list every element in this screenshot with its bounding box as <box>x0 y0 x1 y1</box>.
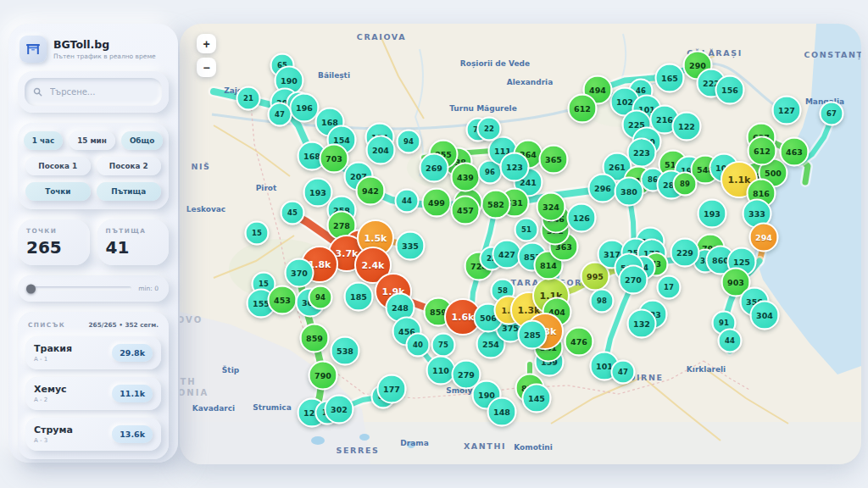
traffic-point-marker[interactable]: 270 <box>619 265 648 295</box>
traffic-point-marker[interactable]: 703 <box>320 144 349 174</box>
road-code: А - 1 <box>34 356 72 363</box>
road-list-item[interactable]: СтрумаА - 313.6k <box>25 418 161 451</box>
traffic-point-marker[interactable]: 269 <box>420 153 449 183</box>
list-title: СПИСЪК <box>28 321 65 329</box>
stat-card: ПЪТИЩА41 <box>97 219 170 265</box>
traffic-point-marker[interactable]: 499 <box>422 188 452 218</box>
traffic-point-marker[interactable]: 98 <box>590 289 615 313</box>
traffic-point-marker[interactable]: 304 <box>750 301 780 330</box>
stat-label: ТОЧКИ <box>26 227 81 235</box>
traffic-point-marker[interactable]: 127 <box>772 96 802 125</box>
filter-row-time: 1 час15 минОбщо <box>25 131 161 150</box>
slider-knob[interactable] <box>26 284 36 293</box>
traffic-point-marker[interactable]: 463 <box>780 137 810 167</box>
traffic-point-marker[interactable]: 15 <box>245 221 270 246</box>
traffic-point-marker[interactable]: 47 <box>268 103 292 127</box>
stat-card: ТОЧКИ265 <box>18 219 90 265</box>
traffic-point-marker[interactable]: 324 <box>537 192 566 222</box>
traffic-point-marker[interactable]: 123 <box>500 152 530 182</box>
traffic-point-marker[interactable]: 67 <box>820 102 844 126</box>
filter-row-mode: ТочкиПътища <box>25 182 161 201</box>
traffic-point-marker[interactable]: 156 <box>715 75 745 105</box>
traffic-point-marker[interactable]: 335 <box>396 231 426 261</box>
traffic-point-marker[interactable]: 790 <box>309 361 338 391</box>
traffic-point-marker[interactable]: 439 <box>451 163 481 192</box>
slider-track[interactable] <box>28 286 131 291</box>
traffic-point-marker[interactable]: 44 <box>718 329 743 353</box>
traffic-point-marker[interactable]: 145 <box>522 384 552 413</box>
traffic-point-marker[interactable]: 285 <box>518 320 548 350</box>
traffic-point-marker[interactable]: 370 <box>285 258 314 288</box>
road-list: ТракияА - 129.8kХемусА - 211.1kСтрумаА -… <box>25 336 161 451</box>
traffic-map[interactable]: CRAIOVABăileștiRoșiorii de VedeAlexandri… <box>180 24 861 464</box>
road-list-item[interactable]: ТракияА - 129.8k <box>25 336 161 369</box>
road-name: Хемус <box>34 384 67 395</box>
search-field[interactable] <box>25 78 162 106</box>
list-meta: 265/265 • 352 сегм. <box>89 321 159 329</box>
stat-value: 265 <box>26 237 81 258</box>
sidebar: BGToll.bg Пътен трафик в реално време 1 … <box>8 24 178 463</box>
traffic-point-marker[interactable]: 453 <box>268 286 298 315</box>
filter-button[interactable]: 1 час <box>24 131 63 150</box>
road-list-card: СПИСЪК 265/265 • 352 сегм. ТракияА - 129… <box>18 312 169 459</box>
zoom-in-button[interactable]: + <box>197 34 216 53</box>
traffic-point-marker[interactable]: 185 <box>344 282 374 312</box>
traffic-point-marker[interactable]: 294 <box>749 223 779 252</box>
filter-button[interactable]: Посока 1 <box>25 157 91 175</box>
search-card <box>18 71 169 113</box>
road-traffic-badge: 11.1k <box>112 385 153 402</box>
traffic-point-marker[interactable]: 122 <box>672 112 702 141</box>
road-name: Тракия <box>34 343 72 354</box>
traffic-point-marker[interactable]: 859 <box>300 324 330 353</box>
traffic-point-marker[interactable]: 582 <box>481 190 511 219</box>
app-title: BGToll.bg <box>53 38 156 51</box>
traffic-point-marker[interactable]: 45 <box>281 201 305 225</box>
traffic-point-marker[interactable]: 89 <box>673 172 698 197</box>
traffic-point-marker[interactable]: 51 <box>515 218 539 242</box>
filter-button[interactable]: Точки <box>25 182 91 201</box>
traffic-point-marker[interactable]: 22 <box>477 117 502 141</box>
bgtoll-app: CRAIOVABăileștiRoșiorii de VedeAlexandri… <box>0 0 868 488</box>
traffic-point-marker[interactable]: 193 <box>698 199 727 229</box>
search-input[interactable] <box>48 86 153 97</box>
min-filter-slider-card: min: 0 <box>18 275 169 302</box>
traffic-point-marker[interactable]: 229 <box>670 238 700 268</box>
traffic-point-marker[interactable]: 165 <box>655 64 685 93</box>
traffic-point-marker[interactable]: 17 <box>657 275 682 300</box>
traffic-point-marker[interactable]: 126 <box>567 203 597 233</box>
traffic-point-marker[interactable]: 538 <box>331 336 360 366</box>
stat-label: ПЪТИЩА <box>106 227 161 235</box>
zoom-out-button[interactable]: − <box>197 58 216 77</box>
road-traffic-badge: 13.6k <box>112 425 153 443</box>
app-subtitle: Пътен трафик в реално време <box>53 53 156 60</box>
traffic-point-marker[interactable]: 75 <box>431 333 456 358</box>
traffic-point-marker[interactable]: 302 <box>325 395 354 424</box>
traffic-point-marker[interactable]: 40 <box>406 333 431 358</box>
filter-button[interactable]: Общо <box>121 131 163 150</box>
filter-button[interactable]: 15 мин <box>69 131 115 150</box>
road-traffic-badge: 29.8k <box>112 344 153 362</box>
app-logo: BGToll.bg Пътен трафик в реално време <box>19 36 167 63</box>
traffic-point-marker[interactable]: 132 <box>627 309 657 339</box>
road-list-item[interactable]: ХемусА - 211.1k <box>25 377 161 410</box>
traffic-point-marker[interactable]: 476 <box>565 327 594 357</box>
traffic-point-marker[interactable]: 177 <box>377 374 407 404</box>
traffic-point-marker[interactable]: 296 <box>588 174 618 203</box>
traffic-point-marker[interactable]: 44 <box>395 189 420 214</box>
traffic-point-marker[interactable]: 94 <box>309 286 333 310</box>
filter-button[interactable]: Пътища <box>97 182 162 201</box>
traffic-point-marker[interactable]: 942 <box>356 176 386 206</box>
traffic-point-marker[interactable]: 380 <box>615 177 644 207</box>
stats-row: ТОЧКИ265ПЪТИЩА41 <box>18 219 169 265</box>
traffic-point-marker[interactable]: 457 <box>451 196 481 225</box>
traffic-point-marker[interactable]: 94 <box>397 130 421 154</box>
search-icon <box>33 84 42 100</box>
traffic-point-marker[interactable]: 148 <box>487 397 517 427</box>
traffic-point-marker[interactable]: 204 <box>366 136 396 165</box>
traffic-point-marker[interactable]: 612 <box>748 136 777 166</box>
filter-button[interactable]: Посока 2 <box>97 157 162 175</box>
traffic-point-marker[interactable]: 47 <box>611 360 636 385</box>
traffic-point-marker[interactable]: 21 <box>236 86 261 111</box>
traffic-point-marker[interactable]: 365 <box>539 145 569 175</box>
traffic-point-marker[interactable]: 612 <box>568 94 598 124</box>
